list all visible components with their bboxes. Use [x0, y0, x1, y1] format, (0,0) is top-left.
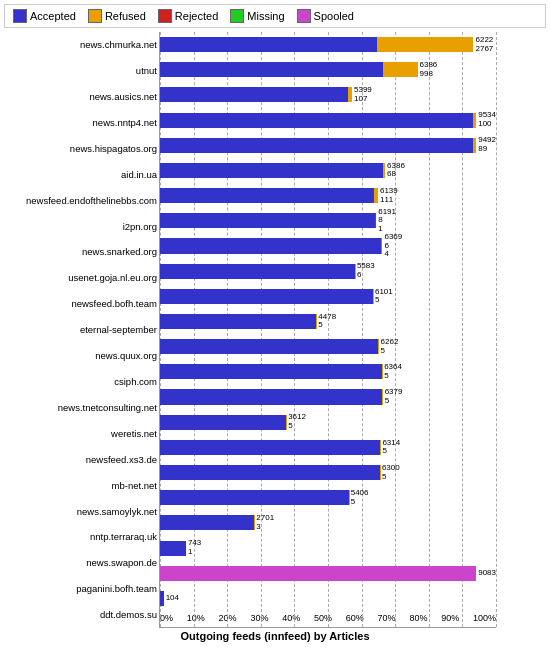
- bar-segment-accepted: [160, 314, 316, 329]
- bar-row: 6386998: [160, 57, 496, 82]
- bar-wrapper: [160, 440, 380, 455]
- x-axis-label: 10%: [187, 613, 205, 623]
- bar-value-label: 63145: [382, 439, 400, 457]
- bar-row: 63645: [160, 359, 496, 384]
- bar-row: 949289: [160, 133, 496, 158]
- bar-segment-refused: [377, 37, 474, 52]
- legend-color-spooled: [297, 9, 311, 23]
- y-label: mb-net.net: [4, 481, 157, 491]
- bar-value-label: 9083: [478, 569, 496, 578]
- bar-segment-accepted: [160, 62, 383, 77]
- bar-segment-accepted: [160, 515, 254, 530]
- bar-value-label: 27013: [256, 514, 274, 532]
- y-axis-labels: news.chmurka.netutnutnews.ausics.netnews…: [4, 32, 159, 628]
- bar-row: 9534100: [160, 108, 496, 133]
- bar-value-label: 7431: [188, 539, 201, 557]
- bar-row: 104: [160, 586, 496, 611]
- legend-item-spooled: Spooled: [297, 9, 354, 23]
- bar-wrapper: [160, 364, 382, 379]
- bar-segment-rejected: [375, 213, 376, 228]
- bar-wrapper: [160, 314, 316, 329]
- y-label: paganini.bofh.team: [4, 584, 157, 594]
- bar-wrapper: [160, 87, 352, 102]
- bar-segment-accepted: [160, 541, 186, 556]
- bar-wrapper: [160, 213, 376, 228]
- bar-wrapper: [160, 289, 373, 304]
- y-label: eternal-september: [4, 325, 157, 335]
- bar-row: 36125: [160, 410, 496, 435]
- bar-segment-accepted: [160, 113, 473, 128]
- bar-wrapper: [160, 113, 476, 128]
- bar-segment-accepted: [160, 37, 377, 52]
- legend: AcceptedRefusedRejectedMissingSpooled: [4, 4, 546, 28]
- bar-segment-accepted: [160, 465, 380, 480]
- bar-row: 619181: [160, 208, 496, 233]
- bar-segment-accepted: [160, 415, 286, 430]
- bar-segment-accepted: [160, 591, 164, 606]
- bar-row: 636964: [160, 233, 496, 258]
- bar-wrapper: [160, 188, 378, 203]
- y-label: nntp.terraraq.uk: [4, 532, 157, 542]
- bar-segment-spooled: [160, 566, 476, 581]
- x-axis-label: 20%: [219, 613, 237, 623]
- bar-segment-refused: [383, 62, 418, 77]
- x-axis-label: 50%: [314, 613, 332, 623]
- bar-segment-accepted: [160, 138, 473, 153]
- legend-color-missing: [230, 9, 244, 23]
- bar-wrapper: [160, 163, 385, 178]
- x-axis-label: 30%: [250, 613, 268, 623]
- bar-segment-accepted: [160, 389, 382, 404]
- bar-segment-refused: [473, 113, 476, 128]
- bar-wrapper: [160, 566, 476, 581]
- bar-row: 6139111: [160, 183, 496, 208]
- y-label: newsfeed.bofh.team: [4, 299, 157, 309]
- bar-wrapper: [160, 541, 186, 556]
- bar-row: 44785: [160, 309, 496, 334]
- bar-segment-accepted: [160, 188, 374, 203]
- bar-segment-accepted: [160, 213, 375, 228]
- y-label: news.tnetconsulting.net: [4, 403, 157, 413]
- bar-row: 27013: [160, 510, 496, 535]
- bar-value-label: 62625: [381, 338, 399, 356]
- legend-label-refused: Refused: [105, 10, 146, 22]
- y-label: news.quux.org: [4, 351, 157, 361]
- bar-segment-accepted: [160, 87, 348, 102]
- legend-label-missing: Missing: [247, 10, 284, 22]
- bar-row: 7431: [160, 535, 496, 560]
- y-label: i2pn.org: [4, 222, 157, 232]
- legend-item-refused: Refused: [88, 9, 146, 23]
- bar-segment-accepted: [160, 490, 349, 505]
- bar-row: 63145: [160, 435, 496, 460]
- bar-row: 55836: [160, 259, 496, 284]
- bar-row: 638668: [160, 158, 496, 183]
- bar-row: 62222767: [160, 32, 496, 57]
- legend-label-accepted: Accepted: [30, 10, 76, 22]
- y-label: newsfeed.xs3.de: [4, 455, 157, 465]
- legend-item-missing: Missing: [230, 9, 284, 23]
- y-label: news.swapon.de: [4, 558, 157, 568]
- bar-value-label: 636964: [384, 233, 402, 259]
- x-axis-label: 60%: [346, 613, 364, 623]
- y-label: weretis.net: [4, 429, 157, 439]
- bar-value-label: 104: [166, 594, 179, 603]
- bar-wrapper: [160, 339, 379, 354]
- bar-row: 61015: [160, 284, 496, 309]
- chart-container: AcceptedRefusedRejectedMissingSpooled ne…: [0, 0, 550, 655]
- bar-value-label: 638668: [387, 162, 405, 180]
- grid-line: [496, 32, 497, 627]
- bar-wrapper: [160, 465, 380, 480]
- bar-value-label: 63795: [385, 388, 403, 406]
- bar-row: 62625: [160, 334, 496, 359]
- bar-row: 54065: [160, 485, 496, 510]
- y-label: news.chmurka.net: [4, 40, 157, 50]
- bar-segment-accepted: [160, 339, 378, 354]
- x-axis-label: 0%: [160, 613, 173, 623]
- bar-segment-missing: [381, 238, 382, 253]
- bar-value-label: 54065: [351, 489, 369, 507]
- y-label: news.hispagatos.org: [4, 144, 157, 154]
- y-label: csiph.com: [4, 377, 157, 387]
- bar-row: 9083: [160, 561, 496, 586]
- bar-segment-accepted: [160, 364, 382, 379]
- x-axis-label: 90%: [441, 613, 459, 623]
- chart-title: Outgoing feeds (innfeed) by Articles: [4, 630, 546, 642]
